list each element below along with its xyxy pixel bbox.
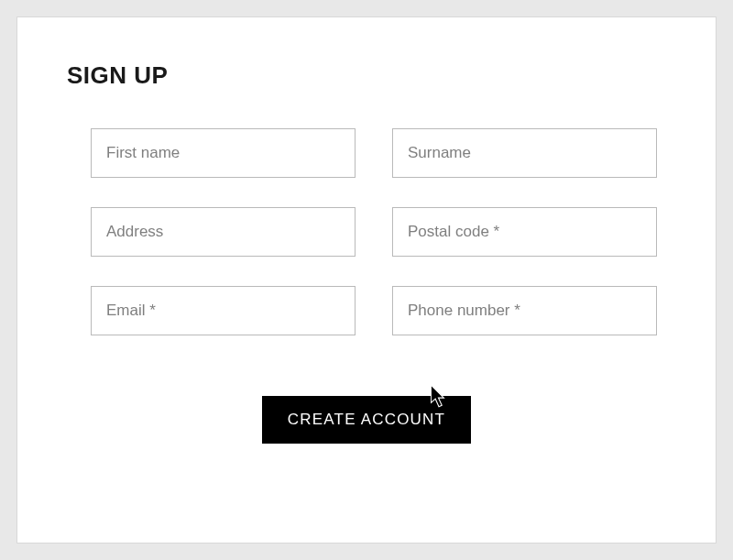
page-title: SIGN UP: [67, 61, 661, 90]
surname-field[interactable]: [392, 128, 657, 178]
address-field[interactable]: [91, 207, 356, 257]
form-grid: [72, 128, 661, 335]
email-field[interactable]: [91, 286, 356, 335]
signup-card: SIGN UP CREATE ACCOUNT: [16, 16, 717, 544]
first-name-field[interactable]: [91, 128, 356, 178]
create-account-button[interactable]: CREATE ACCOUNT: [262, 396, 471, 444]
postal-code-field[interactable]: [392, 207, 657, 257]
actions-row: CREATE ACCOUNT: [72, 396, 661, 444]
phone-field[interactable]: [392, 286, 657, 335]
